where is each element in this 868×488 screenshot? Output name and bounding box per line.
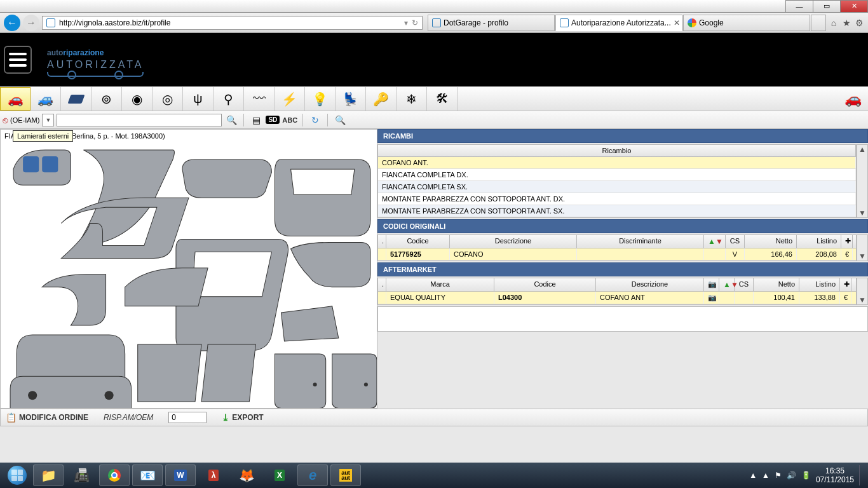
col-dot[interactable]: . [378, 235, 386, 248]
modifica-ordine-button[interactable]: 📋MODIFICA ORDINE [6, 412, 88, 423]
search-input[interactable] [57, 114, 222, 126]
favorites-icon[interactable]: ★ [841, 18, 851, 28]
new-tab-button[interactable] [811, 15, 826, 31]
col-descrizione[interactable]: Descrizione [450, 235, 577, 248]
category-steering-button[interactable]: ◎ [153, 87, 183, 111]
ricambi-col-header[interactable]: Ricambio [378, 145, 856, 156]
ricambi-row[interactable]: MONTANTE PARABREZZA CON SOTTOPORTA ANT. … [378, 193, 856, 205]
ricambi-row[interactable]: COFANO ANT. [378, 157, 856, 169]
search2-icon[interactable]: 🔍 [333, 113, 347, 127]
aftermarket-list: EQUAL QUALITY L04300 COFANO ANT 📷 100,41… [377, 292, 857, 305]
scroll-down-icon[interactable]: ▼ [858, 208, 866, 217]
col-cs[interactable]: CS [726, 235, 745, 248]
dropdown-icon[interactable]: ▾ [404, 18, 408, 27]
tray-flag-icon[interactable]: ⚑ [775, 471, 782, 480]
window-maximize-button[interactable]: ▭ [813, 0, 841, 13]
tab-close-icon[interactable]: ✕ [674, 18, 680, 27]
tab-dotgarage[interactable]: DotGarage - profilo [428, 15, 555, 31]
risp-input[interactable] [168, 412, 207, 423]
category-exhaust-button[interactable]: 〰 [244, 87, 275, 111]
scroll-up-icon[interactable]: ▲ [858, 145, 866, 154]
category-body-button[interactable]: 🚙 [31, 87, 61, 111]
tray-drive-icon[interactable]: ▲ [762, 471, 770, 480]
tray-clock[interactable]: 16:35 07/11/2015 [816, 466, 854, 484]
sd-toggle[interactable]: SD [266, 116, 280, 124]
tools-icon[interactable]: ⚙ [854, 18, 864, 28]
refresh-icon[interactable]: ↻ [412, 18, 418, 27]
taskbar-explorer[interactable]: 📁 [33, 464, 64, 486]
vehicle-indicator-icon[interactable]: 🚗 [837, 87, 868, 111]
col-marca[interactable]: Marca [386, 278, 494, 291]
home-icon[interactable]: ⌂ [829, 18, 839, 28]
tab-google[interactable]: Google [683, 15, 810, 31]
taskbar-excel[interactable]: X [264, 464, 295, 486]
category-lights-button[interactable]: 💡 [305, 87, 336, 111]
menu-button[interactable] [4, 46, 32, 74]
category-glass-button[interactable] [61, 87, 92, 111]
col-add[interactable]: ✚ [841, 235, 853, 248]
taskbar-chrome[interactable] [99, 464, 130, 486]
col-netto[interactable]: Netto [745, 235, 797, 248]
back-button[interactable]: ← [4, 15, 20, 31]
col-listino[interactable]: Listino [797, 235, 841, 248]
category-spark-button[interactable]: ⚡ [275, 87, 305, 111]
tray-battery-icon[interactable]: 🔋 [801, 471, 811, 480]
show-desktop-button[interactable] [859, 465, 864, 485]
ricambi-row[interactable]: FIANCATA COMPLETA SX. [378, 181, 856, 193]
aftermarket-row[interactable]: EQUAL QUALITY L04300 COFANO ANT 📷 100,41… [378, 292, 856, 304]
tray-volume-icon[interactable]: 🔊 [787, 471, 796, 480]
category-climate-button[interactable]: ❄ [397, 87, 427, 111]
category-suspension-button[interactable]: ψ [183, 87, 214, 111]
forward-button[interactable]: → [23, 15, 39, 31]
category-key-button[interactable]: 🔑 [366, 87, 397, 111]
aftermarket-scrollbar[interactable]: ▼ [857, 278, 868, 305]
col-sort[interactable]: ▲▼ [704, 235, 726, 248]
category-transmission-button[interactable]: ⚲ [214, 87, 244, 111]
refresh-data-icon[interactable]: ↻ [308, 113, 322, 127]
tab-autoriparazione[interactable]: Autoriparazione Autorizzata... ✕ [555, 15, 682, 31]
col-dot[interactable]: . [378, 278, 386, 291]
col-codice[interactable]: Codice [494, 278, 596, 291]
codici-row[interactable]: 51775925 COFANO V 166,46 208,08 € [378, 248, 856, 261]
aftermarket-columns: . Marca Codice Descrizione 📷 ▲▼ CS Netto… [377, 278, 857, 292]
export-button[interactable]: ⤓EXPORT [222, 412, 263, 423]
category-select[interactable]: ▼ [42, 114, 54, 126]
start-button[interactable] [4, 464, 31, 486]
taskbar-app[interactable]: autaut [330, 464, 361, 486]
scroll-down-icon[interactable]: ▼ [858, 252, 866, 261]
window-minimize-button[interactable]: — [785, 0, 813, 13]
abc-toggle[interactable]: ABC [282, 116, 297, 124]
window-close-button[interactable]: ✕ [840, 0, 868, 13]
col-listino[interactable]: Listino [799, 278, 840, 291]
list-view-icon[interactable]: ▤ [249, 113, 263, 127]
taskbar-pdf[interactable]: λ [198, 464, 229, 486]
category-body-exterior-button[interactable]: 🚗 [0, 87, 31, 111]
col-camera-icon[interactable]: 📷 [704, 278, 719, 291]
col-discriminante[interactable]: Discriminante [577, 235, 704, 248]
search-icon[interactable]: 🔍 [224, 113, 238, 127]
taskbar-scanner[interactable]: 📠 [66, 464, 97, 486]
col-cs[interactable]: CS [735, 278, 754, 291]
scroll-down-icon[interactable]: ▼ [858, 295, 866, 304]
taskbar-ie[interactable]: e [297, 464, 328, 486]
taskbar-word[interactable]: W [165, 464, 196, 486]
ricambi-row[interactable]: MONTANTE PARABREZZA CON SOTTOPORTA ANT. … [378, 205, 856, 217]
camera-icon[interactable]: 📷 [704, 292, 719, 304]
tray-show-hidden-icon[interactable]: ▲ [749, 471, 757, 480]
address-bar[interactable]: http://vignola.aastore.biz/it/profile ▾ … [42, 16, 423, 30]
category-seat-button[interactable]: 💺 [336, 87, 366, 111]
category-tools-button[interactable]: 🛠 [427, 87, 458, 111]
col-codice[interactable]: Codice [386, 235, 450, 248]
ricambi-row[interactable]: FIANCATA COMPLETA DX. [378, 169, 856, 181]
exploded-diagram[interactable] [1, 144, 377, 409]
taskbar-firefox[interactable]: 🦊 [231, 464, 262, 486]
category-wheels-button[interactable]: ◉ [122, 87, 153, 111]
category-brakes-button[interactable]: ⊚ [92, 87, 122, 111]
col-descrizione[interactable]: Descrizione [596, 278, 704, 291]
col-netto[interactable]: Netto [754, 278, 799, 291]
codici-scrollbar[interactable]: ▼ [857, 234, 868, 261]
col-add[interactable]: ✚ [840, 278, 851, 291]
col-sort[interactable]: ▲▼ [719, 278, 735, 291]
taskbar-outlook[interactable]: 📧 [132, 464, 163, 486]
ricambi-scrollbar[interactable]: ▲▼ [857, 144, 868, 218]
